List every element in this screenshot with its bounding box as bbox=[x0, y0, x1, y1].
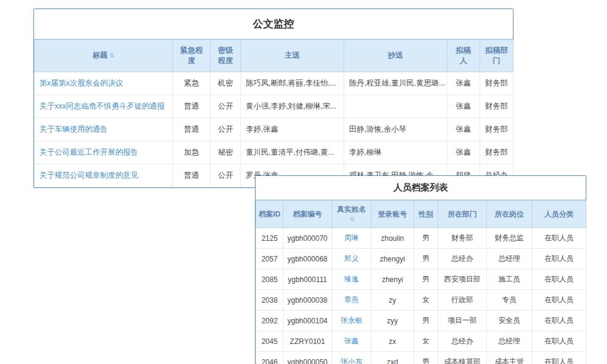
gender-cell: 男 bbox=[414, 228, 438, 249]
name-cell: 臻逸 bbox=[332, 269, 371, 290]
dept-cell: 成本核算部 bbox=[438, 352, 487, 364]
person-name-link[interactable]: 章燕 bbox=[344, 295, 359, 304]
post-cell: 总经理 bbox=[487, 331, 532, 352]
personnel-list-title: 人员档案列表 bbox=[256, 176, 586, 200]
gender-cell: 女 bbox=[414, 331, 438, 352]
gender-cell: 男 bbox=[414, 249, 438, 269]
table-row[interactable]: 关于公司最近工作开展的报告 加急 秘密 董川民,董清平,付伟璐,黄... 李婷,… bbox=[35, 141, 514, 164]
table-row[interactable]: 关于车辆使用的通告 普通 公开 李婷,张鑫 田静,游恢,余小琴 张鑫 财务部 bbox=[35, 118, 514, 141]
main-to-cell: 陈巧凤,断郎,蒋丽,李佳怡,... bbox=[241, 72, 344, 95]
table-row[interactable]: 关于xxx同志临危不惧勇斗歹徒的通报 普通 公开 黄小强,李婷,刘健,柳琳,宋.… bbox=[35, 95, 514, 118]
dept-cell: 西安项目部 bbox=[438, 269, 487, 290]
account-cell: zhoulin bbox=[371, 228, 414, 249]
code-cell: ygbh000050 bbox=[283, 352, 332, 364]
doc-title-cell: 关于车辆使用的通告 bbox=[35, 118, 173, 141]
category-cell: 在职人员 bbox=[532, 249, 586, 269]
dept-cell: 财务部 bbox=[480, 141, 514, 164]
doc-title-link[interactable]: 关于规范公司规章制度的意见 bbox=[39, 171, 138, 180]
table-row[interactable]: 2092 ygbh000104 张永银 zyy 男 项目一部 安全员 在职人员 bbox=[256, 311, 586, 331]
category-cell: 在职人员 bbox=[532, 228, 586, 249]
urgency-cell: 加急 bbox=[173, 141, 211, 164]
doc-col-cc: 抄送 bbox=[344, 40, 447, 72]
gender-cell: 女 bbox=[414, 290, 438, 311]
personnel-col-post: 所在岗位 bbox=[487, 201, 532, 228]
personnel-list-card: 人员档案列表 档案ID 档案编号 真实姓名⇅ 登录账号 性别 所在部门 所在岗位… bbox=[255, 175, 586, 364]
personnel-header-row: 档案ID 档案编号 真实姓名⇅ 登录账号 性别 所在部门 所在岗位 人员分类 bbox=[256, 201, 586, 228]
doc-title-cell: 第x届第x次股东会的决议 bbox=[35, 72, 173, 95]
dept-cell: 财务部 bbox=[438, 228, 487, 249]
gender-cell: 男 bbox=[414, 352, 438, 364]
doc-col-secrecy: 密级程度 bbox=[211, 40, 241, 72]
doc-title-link[interactable]: 关于xxx同志临危不惧勇斗歹徒的通报 bbox=[39, 102, 164, 110]
person-name-link[interactable]: 周琳 bbox=[344, 234, 359, 242]
personnel-col-gender: 性别 bbox=[414, 201, 438, 228]
table-row[interactable]: 2085 ygbh000111 臻逸 zhenyi 男 西安项目部 施工员 在职… bbox=[256, 269, 586, 290]
doc-title-link[interactable]: 关于车辆使用的通告 bbox=[39, 125, 108, 133]
account-cell: zhengyi bbox=[371, 249, 414, 269]
post-cell: 专员 bbox=[487, 290, 532, 311]
category-cell: 在职人员 bbox=[532, 290, 586, 311]
account-cell: zy bbox=[371, 290, 414, 311]
account-cell: zhenyi bbox=[371, 269, 414, 290]
id-cell: 2092 bbox=[256, 311, 283, 331]
category-cell: 在职人员 bbox=[532, 311, 586, 331]
table-row[interactable]: 2125 ygbh000070 周琳 zhoulin 男 财务部 财务总监 在职… bbox=[256, 228, 586, 249]
code-cell: ygbh000104 bbox=[283, 311, 332, 331]
table-row[interactable]: 2057 ygbh000068 郑义 zhengyi 男 总经办 总经理 在职人… bbox=[256, 249, 586, 269]
doc-col-drafter: 拟稿人 bbox=[447, 40, 480, 72]
drafter-cell: 张鑫 bbox=[447, 72, 480, 95]
personnel-col-account: 登录账号 bbox=[371, 201, 414, 228]
account-cell: zxd bbox=[371, 352, 414, 364]
doc-title-cell: 关于公司最近工作开展的报告 bbox=[35, 141, 173, 164]
dept-cell: 项目一部 bbox=[438, 311, 487, 331]
secrecy-cell: 机密 bbox=[211, 72, 241, 95]
code-cell: ygbh000111 bbox=[283, 269, 332, 290]
code-cell: ZZRY0101 bbox=[283, 331, 332, 352]
cc-cell: 陈丹,程亚雄,董川民,黄思璐... bbox=[344, 72, 447, 95]
name-cell: 张永银 bbox=[332, 311, 371, 331]
table-row[interactable]: 2045 ZZRY0101 张鑫 zx 女 总经办 总经理 在职人员 bbox=[256, 331, 586, 352]
person-name-link[interactable]: 臻逸 bbox=[344, 275, 359, 283]
table-row[interactable]: 第x届第x次股东会的决议 紧急 机密 陈巧凤,断郎,蒋丽,李佳怡,... 陈丹,… bbox=[35, 72, 514, 95]
id-cell: 2038 bbox=[256, 290, 283, 311]
post-cell: 总经理 bbox=[487, 249, 532, 269]
main-to-cell: 李婷,张鑫 bbox=[241, 118, 344, 141]
personnel-col-code: 档案编号 bbox=[283, 201, 332, 228]
table-row[interactable]: 2046 ygbh000050 张小东 zxd 男 成本核算部 成本主管 在职人… bbox=[256, 352, 586, 364]
id-cell: 2057 bbox=[256, 249, 283, 269]
id-cell: 2085 bbox=[256, 269, 283, 290]
person-name-link[interactable]: 张小东 bbox=[341, 357, 362, 364]
doc-title-link[interactable]: 关于公司最近工作开展的报告 bbox=[39, 148, 138, 157]
sort-icon[interactable]: ⇅ bbox=[350, 216, 354, 223]
urgency-cell: 普通 bbox=[173, 118, 211, 141]
doc-title-link[interactable]: 第x届第x次股东会的决议 bbox=[39, 79, 123, 87]
table-row[interactable]: 2038 ygbh000038 章燕 zy 女 行政部 专员 在职人员 bbox=[256, 290, 586, 311]
urgency-cell: 普通 bbox=[173, 95, 211, 118]
cc-cell: 李婷,柳琳 bbox=[344, 141, 447, 164]
drafter-cell: 张鑫 bbox=[447, 95, 480, 118]
id-cell: 2045 bbox=[256, 331, 283, 352]
person-name-link[interactable]: 郑义 bbox=[344, 254, 359, 263]
personnel-col-dept: 所在部门 bbox=[438, 201, 487, 228]
name-cell: 张鑫 bbox=[332, 331, 371, 352]
personnel-col-name[interactable]: 真实姓名⇅ bbox=[332, 201, 371, 228]
doc-title-cell: 关于规范公司规章制度的意见 bbox=[35, 164, 173, 187]
post-cell: 安全员 bbox=[487, 311, 532, 331]
dept-cell: 总经办 bbox=[438, 331, 487, 352]
doc-monitor-card: 公文监控 标题⇅ 紧急程度 密级程度 主送 抄送 拟稿人 拟稿部门 第x届第x次… bbox=[33, 8, 514, 188]
doc-col-title[interactable]: 标题⇅ bbox=[35, 40, 173, 72]
dept-cell: 总经办 bbox=[438, 249, 487, 269]
sort-icon[interactable]: ⇅ bbox=[109, 52, 114, 59]
doc-col-urgency: 紧急程度 bbox=[173, 40, 211, 72]
person-name-link[interactable]: 张鑫 bbox=[344, 337, 359, 345]
secrecy-cell: 公开 bbox=[211, 95, 241, 118]
name-cell: 张小东 bbox=[332, 352, 371, 364]
id-cell: 2046 bbox=[256, 352, 283, 364]
id-cell: 2125 bbox=[256, 228, 283, 249]
urgency-cell: 紧急 bbox=[173, 72, 211, 95]
doc-header-row: 标题⇅ 紧急程度 密级程度 主送 抄送 拟稿人 拟稿部门 bbox=[35, 40, 514, 72]
main-to-cell: 董川民,董清平,付伟璐,黄... bbox=[241, 141, 344, 164]
code-cell: ygbh000038 bbox=[283, 290, 332, 311]
person-name-link[interactable]: 张永银 bbox=[341, 316, 362, 325]
personnel-list-table: 档案ID 档案编号 真实姓名⇅ 登录账号 性别 所在部门 所在岗位 人员分类 2… bbox=[256, 200, 586, 364]
